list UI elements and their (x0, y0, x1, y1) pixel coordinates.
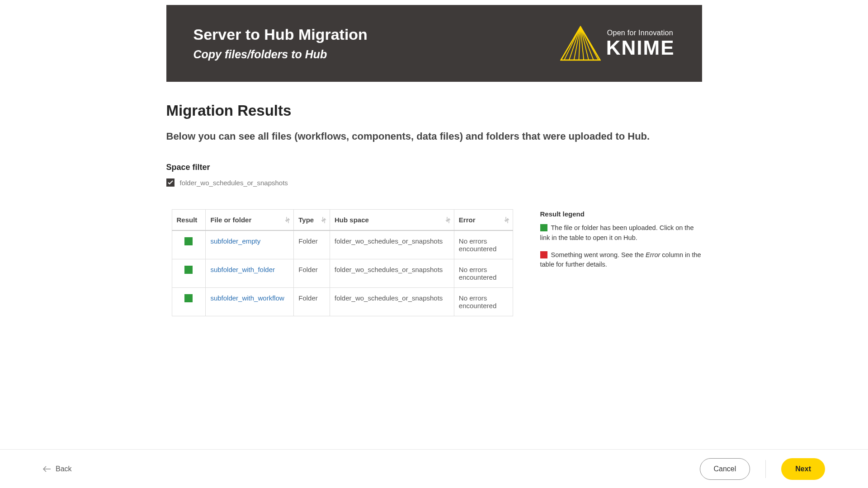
result-status-icon (184, 294, 193, 302)
content: Server to Hub Migration Copy files/folde… (166, 5, 702, 316)
footer-right: Cancel Next (700, 458, 826, 480)
col-result-label: Result (177, 216, 198, 224)
col-space[interactable]: Hub space (330, 210, 454, 231)
legend-title: Result legend (540, 210, 702, 218)
footer-divider (765, 460, 766, 478)
banner-title: Server to Hub Migration (193, 26, 368, 43)
main-scroll[interactable]: Server to Hub Migration Copy files/folde… (0, 0, 868, 488)
knime-tagline: Open for Innovation (607, 29, 675, 37)
page-intro: Below you can see all files (workflows, … (166, 131, 702, 142)
file-link[interactable]: subfolder_empty (210, 237, 260, 245)
col-file-label: File or folder (210, 216, 251, 224)
footer: Back Cancel Next (0, 449, 868, 488)
col-error-label: Error (459, 216, 476, 224)
cell-space: folder_wo_schedules_or_snapshots (330, 230, 454, 259)
table-row: subfolder_with_workflowFolderfolder_wo_s… (172, 288, 513, 316)
results-table-wrap: Result File or folder Type (172, 209, 513, 316)
banner-subtitle: Copy files/folders to Hub (193, 48, 368, 61)
filter-option-label: folder_wo_schedules_or_snapshots (180, 179, 288, 187)
sort-icon[interactable] (505, 217, 509, 223)
cell-space: folder_wo_schedules_or_snapshots (330, 288, 454, 316)
arrow-left-icon (43, 466, 51, 472)
col-error[interactable]: Error (454, 210, 513, 231)
back-button[interactable]: Back (43, 465, 72, 473)
banner-text: Server to Hub Migration Copy files/folde… (193, 26, 368, 61)
cell-space: folder_wo_schedules_or_snapshots (330, 259, 454, 288)
sort-icon[interactable] (321, 217, 326, 223)
cancel-button[interactable]: Cancel (700, 458, 750, 480)
checkbox-checked-icon[interactable] (166, 178, 175, 187)
legend-success-text: The file or folder has been uploaded. Cl… (540, 224, 694, 241)
main-section: Migration Results Below you can see all … (166, 102, 702, 316)
cell-error: No errors encountered (454, 230, 513, 259)
next-button[interactable]: Next (781, 458, 825, 480)
col-type-label: Type (298, 216, 314, 224)
col-file[interactable]: File or folder (206, 210, 294, 231)
filter-option[interactable]: folder_wo_schedules_or_snapshots (166, 178, 702, 187)
cell-type: Folder (294, 288, 330, 316)
col-result[interactable]: Result (172, 210, 206, 231)
cell-type: Folder (294, 259, 330, 288)
filter-title: Space filter (166, 163, 702, 172)
banner-logo: Open for Innovation KNIME (560, 26, 675, 61)
results-table: Result File or folder Type (172, 209, 513, 316)
table-row: subfolder_with_folderFolderfolder_wo_sch… (172, 259, 513, 288)
banner: Server to Hub Migration Copy files/folde… (166, 5, 702, 82)
cell-result (172, 230, 206, 259)
knime-triangle-icon (560, 26, 601, 61)
result-legend: Result legend The file or folder has bee… (540, 209, 702, 277)
result-status-icon (184, 237, 193, 245)
col-type[interactable]: Type (294, 210, 330, 231)
back-label: Back (56, 465, 72, 473)
knime-name: KNIME (606, 38, 675, 58)
results-area: Result File or folder Type (166, 209, 702, 316)
cell-type: Folder (294, 230, 330, 259)
sort-icon[interactable] (285, 217, 290, 223)
cell-result (172, 259, 206, 288)
success-square-icon (540, 224, 547, 231)
sort-icon[interactable] (446, 217, 450, 223)
knime-text: Open for Innovation KNIME (606, 29, 675, 58)
file-link[interactable]: subfolder_with_workflow (210, 294, 284, 302)
legend-error: Something went wrong. See the Error colu… (540, 250, 702, 270)
cell-error: No errors encountered (454, 259, 513, 288)
legend-success: The file or folder has been uploaded. Cl… (540, 223, 702, 243)
svg-line-1 (564, 27, 580, 60)
cell-result (172, 288, 206, 316)
result-status-icon (184, 266, 193, 274)
cell-file: subfolder_with_workflow (206, 288, 294, 316)
legend-error-em: Error (646, 251, 660, 258)
col-space-label: Hub space (335, 216, 369, 224)
page-title: Migration Results (166, 102, 702, 119)
cell-error: No errors encountered (454, 288, 513, 316)
file-link[interactable]: subfolder_with_folder (210, 266, 275, 273)
cell-file: subfolder_empty (206, 230, 294, 259)
error-square-icon (540, 251, 547, 258)
cell-file: subfolder_with_folder (206, 259, 294, 288)
table-row: subfolder_emptyFolderfolder_wo_schedules… (172, 230, 513, 259)
legend-error-prefix: Something went wrong. See the (551, 251, 646, 258)
